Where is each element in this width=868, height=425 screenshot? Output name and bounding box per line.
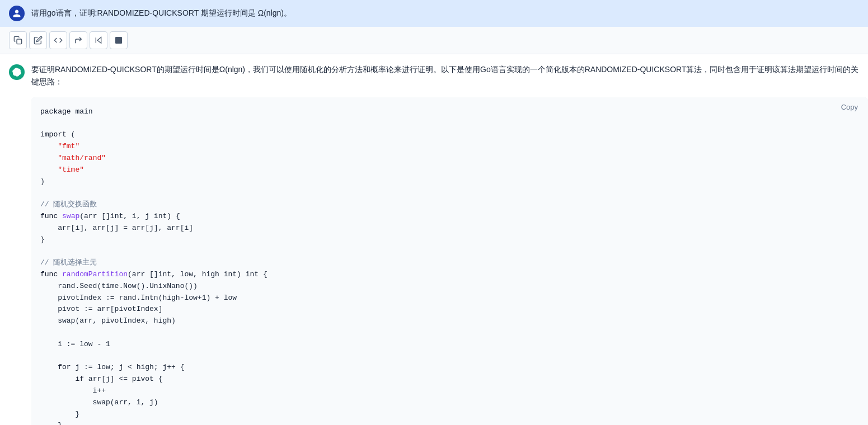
svg-rect-3 — [115, 37, 122, 44]
copy-format-button[interactable] — [9, 31, 27, 49]
copy-code-button[interactable]: Copy — [838, 102, 861, 112]
stop-button[interactable] — [110, 31, 128, 49]
edit-button[interactable] — [29, 31, 47, 49]
user-message-text: 请用go语言，证明:RANDOMIZED-QUICKSORT 期望运行时间是 Ω… — [31, 8, 292, 18]
code-block-wrapper: Copy package main import ( "fmt" "math/r… — [31, 97, 868, 425]
user-message-bar: 请用go语言，证明:RANDOMIZED-QUICKSORT 期望运行时间是 Ω… — [0, 0, 868, 27]
code-view-button[interactable] — [49, 31, 67, 49]
back-button[interactable] — [90, 31, 107, 49]
share-button[interactable] — [69, 31, 87, 49]
ai-intro-text: 要证明RANDOMIZED-QUICKSORT的期望运行时间是Ω(nlgn)，我… — [31, 65, 858, 86]
ai-response-text: 要证明RANDOMIZED-QUICKSORT的期望运行时间是Ω(nlgn)，我… — [31, 63, 859, 88]
code-content: package main import ( "fmt" "math/rand" … — [31, 97, 868, 425]
ai-response: 要证明RANDOMIZED-QUICKSORT的期望运行时间是Ω(nlgn)，我… — [0, 54, 868, 93]
toolbar — [0, 27, 868, 54]
user-avatar — [9, 6, 25, 21]
svg-marker-1 — [97, 37, 101, 44]
ai-avatar — [9, 64, 25, 80]
svg-rect-0 — [17, 39, 22, 44]
